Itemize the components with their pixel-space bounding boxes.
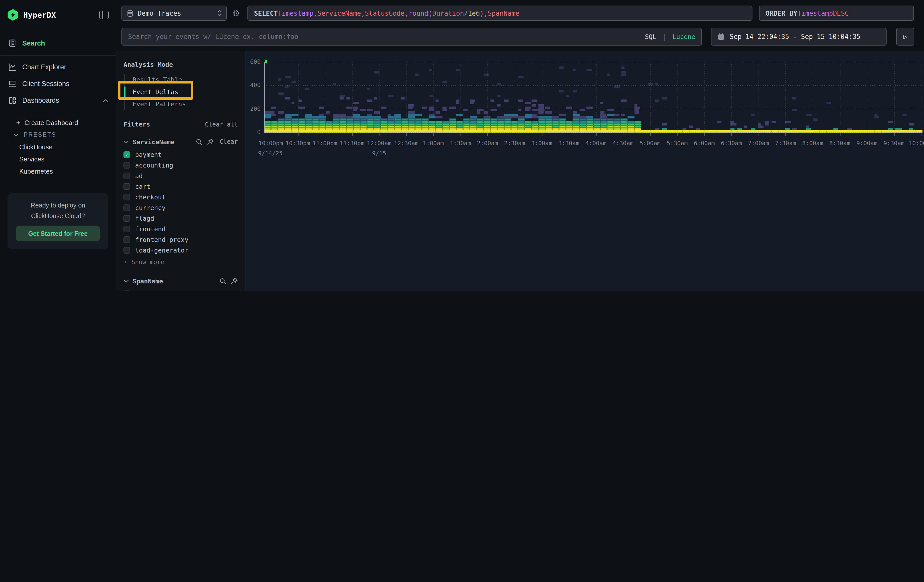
query-token: , [314, 9, 318, 17]
chevron-down-icon[interactable] [124, 279, 129, 283]
clear-all-button[interactable]: Clear all [205, 121, 238, 128]
lucene-search-input[interactable]: Search your events w/ Lucene ex. column:… [121, 28, 702, 46]
chevron-up-icon[interactable] [103, 99, 109, 102]
calendar-icon [718, 33, 724, 41]
chart-area: 600400200010:00pm10:30pm11:00pm11:30pm12… [246, 51, 924, 291]
create-dashboard-button[interactable]: + Create Dashboard [0, 116, 116, 129]
filter-value-label: payment [135, 151, 162, 158]
clickhouse-cloud-promo-card: Ready to deploy on ClickHouse Cloud? Get… [8, 193, 108, 249]
sidebar-item-kubernetes[interactable]: Kubernetes [0, 165, 116, 177]
checkbox-unchecked[interactable] [124, 226, 130, 232]
sql-mode-toggle[interactable]: SQL [645, 33, 656, 41]
sidebar-item-search[interactable]: Search [0, 34, 116, 52]
filter-value-label: frontend [135, 225, 165, 233]
promo-text-line2: ClickHouse Cloud? [14, 211, 102, 222]
query-token: Timestamp [797, 9, 833, 17]
checkbox-checked[interactable]: ✓ [124, 151, 130, 158]
order-by-input[interactable]: ORDER BY Timestamp DESC [759, 6, 914, 21]
filter-checkbox-row[interactable]: frontend-proxy [124, 234, 238, 245]
sidebar-item-client-sessions[interactable]: Client Sessions [0, 76, 116, 92]
lucene-mode-toggle[interactable]: Lucene [673, 33, 695, 41]
source-select[interactable]: Demo Traces [121, 6, 227, 21]
date-range-picker[interactable]: Sep 14 22:04:35 - Sep 15 10:04:35 [711, 28, 886, 46]
analysis-mode-list: Results Table Event Deltas Event Pattern… [116, 73, 245, 110]
checkbox-unchecked[interactable] [124, 247, 130, 254]
mode-results-table[interactable]: Results Table [116, 73, 245, 86]
pin-icon[interactable] [206, 138, 214, 145]
filter-checkbox-row[interactable]: currency [124, 203, 238, 213]
filter-value-label: currency [135, 204, 165, 211]
query-token: SpanName [488, 9, 520, 17]
x-axis-tick-label: 9:30am [884, 140, 904, 147]
filter-checkbox-row[interactable]: ✓payment [124, 149, 238, 160]
chevron-down-icon [13, 133, 19, 137]
mode-event-deltas[interactable]: Event Deltas [116, 86, 245, 98]
x-axis-tick-label: 7:00am [748, 140, 769, 147]
main-region: Demo Traces ⚙ SELECT Timestamp, ServiceN… [116, 0, 924, 291]
sidebar-item-label: Chart Explorer [22, 63, 109, 71]
checkbox-unchecked[interactable] [124, 236, 130, 243]
filter-group-header[interactable]: ServiceNameClear [124, 137, 238, 146]
filter-value-label: flagd [135, 214, 154, 222]
checkbox-unchecked[interactable] [124, 173, 130, 179]
filter-checkbox-row[interactable]: checkout [124, 192, 238, 203]
search-icon[interactable] [195, 138, 203, 145]
preset-label: ClickHouse [19, 143, 53, 150]
sidebar-divider [0, 112, 116, 112]
show-more-button[interactable]: ›Show more [124, 257, 238, 267]
sidebar-item-chart-explorer[interactable]: Chart Explorer [0, 59, 116, 76]
query-token: ORDER BY [766, 9, 797, 17]
checkbox-unchecked[interactable] [124, 183, 130, 190]
sidebar-item-dashboards[interactable]: Dashboards [0, 92, 116, 109]
create-dashboard-label: Create Dashboard [24, 119, 78, 126]
presets-toggle[interactable]: PRESETS [0, 129, 116, 141]
checkbox-unchecked[interactable] [124, 290, 130, 291]
search-icon[interactable] [219, 277, 227, 285]
chart-line-icon [8, 63, 17, 71]
mode-event-patterns[interactable]: Event Patterns [116, 98, 245, 110]
collapse-sidebar-icon[interactable] [99, 11, 109, 19]
x-axis-tick-label: 12:30am [394, 140, 419, 147]
x-axis-date-label: 9/15 [372, 150, 386, 157]
checkbox-unchecked[interactable] [124, 204, 130, 211]
query-token: / [464, 9, 468, 17]
chevron-down-icon[interactable] [124, 140, 129, 143]
filter-clear-button[interactable]: Clear [219, 138, 238, 145]
gear-icon[interactable]: ⚙ [230, 6, 243, 20]
filter-checkbox-row[interactable]: load-generator [124, 245, 238, 256]
checkbox-unchecked[interactable] [124, 215, 130, 222]
presets-label: PRESETS [23, 132, 56, 138]
y-axis-tick-label: 200 [246, 105, 261, 112]
filter-value-label: ad [135, 172, 143, 180]
sidebar-item-services[interactable]: Services [0, 153, 116, 165]
sidebar-item-label: Client Sessions [22, 80, 109, 87]
filter-checkbox-row[interactable]: ad [124, 171, 238, 181]
filter-value-label: accounting [135, 162, 173, 169]
duration-heatmap-canvas[interactable] [264, 62, 922, 137]
filter-value-label: change [135, 290, 158, 291]
x-axis-tick-label: 11:00pm [313, 140, 337, 147]
sidebar-item-clickhouse[interactable]: ClickHouse [0, 141, 116, 153]
top-header: Demo Traces ⚙ SELECT Timestamp, ServiceN… [116, 0, 924, 51]
filter-checkbox-row[interactable]: flagd [124, 213, 238, 224]
run-query-button[interactable]: ▷ [896, 28, 914, 46]
filter-group-header[interactable]: SpanName [124, 276, 238, 285]
x-axis-tick-label: 10:30pm [285, 140, 310, 147]
query-token: ) [480, 9, 484, 17]
filter-value-label: cart [135, 183, 150, 190]
y-axis-tick-label: 400 [246, 82, 261, 89]
filter-group-servicename: ServiceNameClear✓paymentaccountingadcart… [124, 137, 238, 267]
x-axis-tick-label: 10:00pm [259, 140, 283, 147]
pin-icon[interactable] [230, 277, 238, 285]
filter-checkbox-row[interactable]: frontend [124, 224, 238, 234]
filter-value-label: load-generator [135, 246, 188, 254]
get-started-button[interactable]: Get Started for Free [16, 226, 100, 241]
filter-checkbox-row[interactable]: cart [124, 181, 238, 192]
x-axis-tick-label: 2:00am [477, 140, 498, 147]
filter-checkbox-row[interactable]: accounting [124, 160, 238, 171]
select-query-input[interactable]: SELECT Timestamp, ServiceName, StatusCod… [248, 6, 752, 21]
checkbox-unchecked[interactable] [124, 194, 130, 200]
filter-checkbox-row[interactable]: change [124, 289, 238, 291]
checkbox-unchecked[interactable] [124, 162, 130, 168]
x-axis-tick-label: 1:00am [423, 140, 444, 147]
